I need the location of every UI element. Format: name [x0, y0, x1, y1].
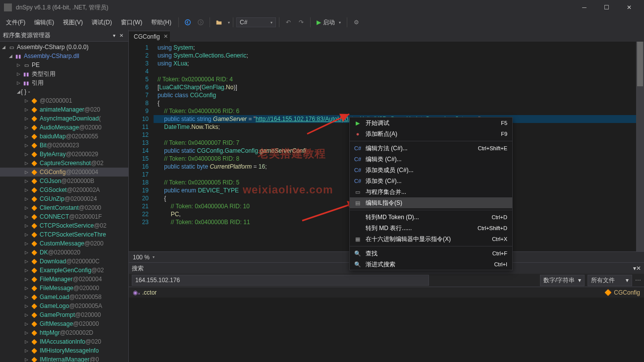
- tree-item-CGUnZip[interactable]: ▷🔶CGUnZip @02000024: [0, 194, 128, 203]
- tree-item-ClientConstant[interactable]: ▷🔶ClientConstant @02000: [0, 203, 128, 212]
- tree-item-Download[interactable]: ▷🔶Download @0200000C: [0, 257, 128, 266]
- open-button[interactable]: [213, 16, 225, 28]
- start-debug-button[interactable]: ▶启动▾: [314, 17, 344, 28]
- context-在十六进制编辑器中显示指令(X)[interactable]: ▦在十六进制编辑器中显示指令(X)Ctrl+X: [350, 234, 512, 244]
- titlebar: dnSpy v6.1.8 (64-bit, .NET, 管理员) ─ ☐ ✕: [0, 0, 644, 15]
- tabbar: CGConfig✕: [129, 30, 644, 42]
- context-添加断点(A)[interactable]: ●添加断点(A)F9: [350, 128, 512, 139]
- menu-edit[interactable]: 编辑(E): [30, 16, 58, 29]
- bc-type[interactable]: CGConfig: [614, 289, 640, 296]
- context-添加类成员 (C#)...[interactable]: C#添加类成员 (C#)...: [350, 165, 512, 176]
- panel-header: 程序集资源管理器 ▾ ✕: [0, 30, 128, 42]
- open-dropdown[interactable]: ▾: [228, 20, 230, 25]
- gutter: 1234567891011121314151617181920212223: [129, 42, 154, 251]
- tree-item-GamePrompt[interactable]: ▷🔶GamePrompt @020000: [0, 310, 128, 319]
- tree-item-FileManager[interactable]: ▷🔶FileManager @0200004: [0, 275, 128, 284]
- tree-item-animateManager[interactable]: ▷🔶animateManager @020: [0, 105, 128, 114]
- context-转到MD Token (D)...[interactable]: 转到MD Token (D)...Ctrl+D: [350, 212, 512, 223]
- context-与程序集合并...[interactable]: ▭与程序集合并...: [350, 186, 512, 197]
- tree-item-Bit[interactable]: ▷🔶Bit @02000023: [0, 141, 128, 150]
- maximize-button[interactable]: ☐: [595, 0, 618, 15]
- nav-forward-button[interactable]: [195, 16, 207, 28]
- window-title: dnSpy v6.1.8 (64-bit, .NET, 管理员): [16, 3, 573, 12]
- tree-item-DK[interactable]: ▷🔶DK @02000020: [0, 248, 128, 257]
- search-panel: 搜索 ▾ ✕ 数字/字符串▾ 所有文件▾ ⋯ ◉ₓ .cctor 🔶 CGCon…: [129, 262, 644, 362]
- context-开始调试[interactable]: ▶开始调试F5: [350, 118, 512, 128]
- context-查找[interactable]: 🔍查找Ctrl+F: [350, 248, 512, 259]
- menubar: 文件(F) 编辑(E) 视图(V) 调试(D) 窗口(W) 帮助(H) ▾ C#…: [0, 15, 644, 30]
- search-options[interactable]: ⋯: [635, 277, 641, 284]
- tree-item-FileMessage[interactable]: ▷🔶FileMessage @020000: [0, 284, 128, 293]
- search-type-combo[interactable]: 数字/字符串▾: [540, 275, 585, 286]
- tree-item-GiftMessage[interactable]: ▷🔶GiftMessage @020000: [0, 319, 128, 328]
- tab-cgconfig[interactable]: CGConfig✕: [129, 31, 170, 42]
- tree-item-CTCPSocketService[interactable]: ▷🔶CTCPSocketService @02: [0, 221, 128, 230]
- panel-close[interactable]: ✕: [117, 33, 125, 38]
- tree-item-IMAccusationInfo[interactable]: ▷🔶IMAccusationInfo @020: [0, 337, 128, 346]
- zoom-level[interactable]: 100 %: [133, 254, 150, 261]
- menu-window[interactable]: 窗口(W): [117, 16, 146, 29]
- close-button[interactable]: ✕: [618, 0, 640, 15]
- tree-item-<Module>[interactable]: ▷🔶 @02000001: [0, 96, 128, 105]
- nav-back-button[interactable]: [182, 16, 194, 28]
- tree-item-ExampleGenConfig[interactable]: ▷🔶ExampleGenConfig @02: [0, 266, 128, 275]
- tree-item-CGJson[interactable]: ▷🔶CGJson @0200000B: [0, 177, 128, 185]
- class-icon: 🔶: [604, 289, 612, 296]
- tree-item-CaptureScreenshot[interactable]: ▷🔶CaptureScreenshot @02: [0, 159, 128, 168]
- tree-item-CustomMessage[interactable]: ▷🔶CustomMessage @0200: [0, 239, 128, 248]
- tree[interactable]: ◢▭Assembly-CSharp (0.0.0.0) ◢▮▮Assembly-…: [0, 42, 128, 362]
- app-icon: [4, 3, 12, 11]
- context-添加类 (C#)...[interactable]: C#添加类 (C#)...: [350, 176, 512, 186]
- tree-item-IMHistoryMessageInfo[interactable]: ▷🔶IMHistoryMessageInfo: [0, 346, 128, 355]
- context-编辑方法 (C#)...[interactable]: C#编辑方法 (C#)...Ctrl+Shift+E: [350, 143, 512, 154]
- search-close[interactable]: ✕: [636, 265, 641, 272]
- context-转到 MD 表行......[interactable]: 转到 MD 表行......Ctrl+Shift+D: [350, 223, 512, 234]
- menu-file[interactable]: 文件(F): [2, 16, 29, 29]
- search-results: [129, 298, 644, 362]
- tree-item-baiduMap[interactable]: ▷🔶baiduMap @02000055: [0, 132, 128, 141]
- tree-item-ByteArray[interactable]: ▷🔶ByteArray @02000029: [0, 150, 128, 159]
- tree-item-GameLoad[interactable]: ▷🔶GameLoad @02000058: [0, 293, 128, 302]
- menu-help[interactable]: 帮助(H): [147, 16, 175, 29]
- context-渐进式搜索[interactable]: 🔍渐进式搜索Ctrl+I: [350, 259, 512, 270]
- undo-button[interactable]: ↶: [282, 16, 294, 28]
- context-menu: ▶开始调试F5●添加断点(A)F9C#编辑方法 (C#)...Ctrl+Shif…: [349, 117, 513, 270]
- context-编辑类 (C#)...[interactable]: C#编辑类 (C#)...: [350, 154, 512, 165]
- menu-view[interactable]: 视图(V): [59, 16, 87, 29]
- settings-button[interactable]: ⚙: [350, 16, 362, 28]
- assembly-explorer: 程序集资源管理器 ▾ ✕ ◢▭Assembly-CSharp (0.0.0.0)…: [0, 30, 129, 362]
- svg-point-1: [198, 20, 204, 25]
- tree-item-CGSocket[interactable]: ▷🔶CGSocket @0200002A: [0, 185, 128, 194]
- tree-item-IMInternalManager[interactable]: ▷🔶IMInternalManager @0: [0, 355, 128, 362]
- menu-debug[interactable]: 调试(D): [88, 16, 116, 29]
- redo-button[interactable]: ↷: [295, 16, 307, 28]
- language-combo[interactable]: C#▾: [236, 17, 276, 27]
- minimize-button[interactable]: ─: [573, 0, 595, 15]
- tree-item-httpMgr[interactable]: ▷🔶httpMgr @0200002D: [0, 328, 128, 337]
- editor-scrollbar[interactable]: [636, 42, 644, 251]
- tab-close-icon[interactable]: ✕: [163, 33, 168, 40]
- tree-item-CONNECT[interactable]: ▷🔶CONNECT @0200001F: [0, 212, 128, 221]
- context-编辑IL指令(S)[interactable]: ▤编辑IL指令(S): [350, 197, 512, 208]
- svg-point-0: [185, 20, 191, 25]
- search-scope-combo[interactable]: 所有文件▾: [588, 275, 632, 286]
- tree-item-GameLogo[interactable]: ▷🔶GameLogo @0200005A: [0, 302, 128, 310]
- bc-method[interactable]: .cctor: [142, 289, 157, 296]
- tree-item-AsyncImageDownload[interactable]: ▷🔶AsyncImageDownload (: [0, 114, 128, 123]
- method-icon: ◉ₓ: [133, 289, 140, 296]
- tree-item-CGConfig[interactable]: ▷🔶CGConfig @02000004: [0, 168, 128, 177]
- tree-item-AudioMessage[interactable]: ▷🔶AudioMessage @02000: [0, 123, 128, 132]
- breadcrumb: ◉ₓ .cctor 🔶 CGConfig: [129, 287, 644, 298]
- panel-dropdown[interactable]: ▾: [111, 33, 117, 38]
- tree-item-CTCPSocketServiceThre[interactable]: ▷🔶CTCPSocketServiceThre: [0, 230, 128, 239]
- search-input[interactable]: [132, 275, 429, 286]
